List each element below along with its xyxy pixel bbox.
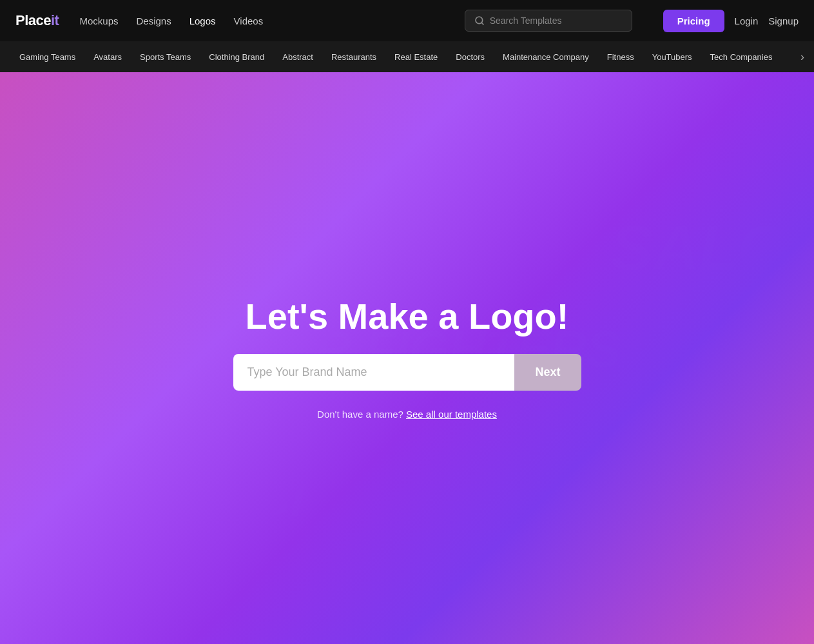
pricing-button[interactable]: Pricing xyxy=(663,10,724,32)
category-item[interactable]: Restaurants xyxy=(322,41,385,72)
category-item[interactable]: Maintenance Company xyxy=(494,41,598,72)
nav-links: Mockups Designs Logos Videos xyxy=(79,15,443,26)
hero-form: Next xyxy=(233,354,581,391)
watermark-item: RB xyxy=(285,101,414,191)
search-input[interactable] xyxy=(490,15,623,26)
category-item[interactable]: Sports Teams xyxy=(131,41,200,72)
svg-line-1 xyxy=(481,23,483,24)
nav-logos[interactable]: Logos xyxy=(189,15,216,26)
logo[interactable]: Placeit xyxy=(15,12,59,29)
watermark-item: KUROTABI xyxy=(41,473,304,524)
category-item[interactable]: Abstract xyxy=(273,41,322,72)
search-icon xyxy=(474,15,485,26)
nav-mockups[interactable]: Mockups xyxy=(79,15,118,26)
see-templates-link[interactable]: See all our templates xyxy=(406,409,497,420)
category-item[interactable]: Tech Companies xyxy=(701,41,782,72)
brand-name-input[interactable] xyxy=(233,354,515,391)
hero-section: FOR FIGHTERSSALONPRIMEKUROTABIRBGE Let's… xyxy=(0,72,814,644)
watermark-item: PRIME xyxy=(163,130,344,188)
nav-right: Pricing Login Signup xyxy=(663,10,799,32)
signup-link[interactable]: Signup xyxy=(768,15,799,26)
search-bar xyxy=(465,10,632,32)
category-item[interactable]: Real Estate xyxy=(385,41,447,72)
category-item[interactable]: Fitness xyxy=(598,41,643,72)
watermark-item: GE xyxy=(0,289,104,373)
hero-title: Let's Make a Logo! xyxy=(246,297,569,337)
watermark-item: SALON xyxy=(610,215,814,280)
category-item[interactable]: Avatars xyxy=(84,41,131,72)
top-nav: Placeit Mockups Designs Logos Videos Pri… xyxy=(0,0,814,41)
nav-videos[interactable]: Videos xyxy=(234,15,264,26)
category-item[interactable]: Doctors xyxy=(447,41,494,72)
category-item[interactable]: Gaming Teams xyxy=(10,41,84,72)
next-button[interactable]: Next xyxy=(514,354,581,391)
nav-designs[interactable]: Designs xyxy=(136,15,171,26)
hero-content: Let's Make a Logo! Next Don't have a nam… xyxy=(233,297,581,420)
category-item[interactable]: YouTubers xyxy=(643,41,701,72)
category-nav: Gaming TeamsAvatarsSports TeamsClothing … xyxy=(0,41,814,72)
login-link[interactable]: Login xyxy=(735,15,759,26)
category-item[interactable]: Clothing Brand xyxy=(200,41,273,72)
category-nav-next[interactable]: › xyxy=(791,41,814,72)
hero-subtext: Don't have a name? See all our templates xyxy=(317,409,497,420)
